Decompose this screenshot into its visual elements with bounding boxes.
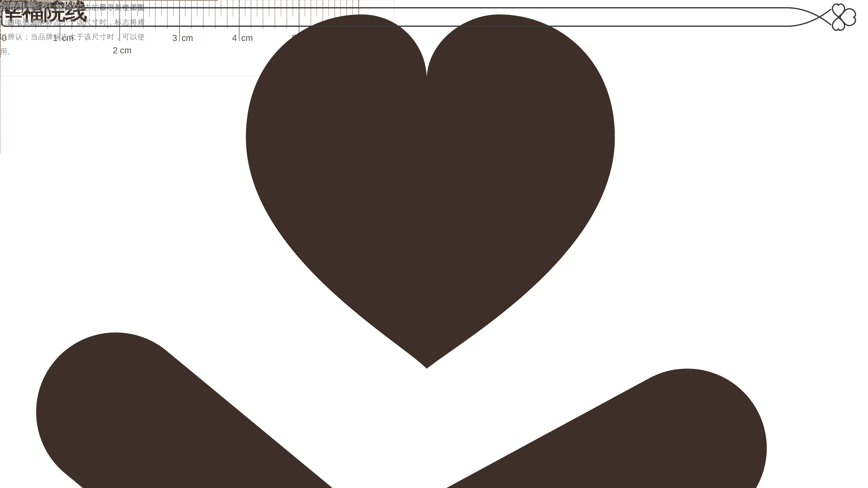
brand-guideline-page: 幸福院线 HAPPY THEATER LINE 最小尺寸 SMALLEST SI… [0,0,868,488]
header-rule-with-clover [0,0,868,34]
header-right-box [0,0,2,2]
heart-icon [246,14,615,369]
logo-mark-small [0,0,868,488]
page-title-en: SMALLEST SIZE [0,0,79,10]
header-long-box [2,8,787,26]
